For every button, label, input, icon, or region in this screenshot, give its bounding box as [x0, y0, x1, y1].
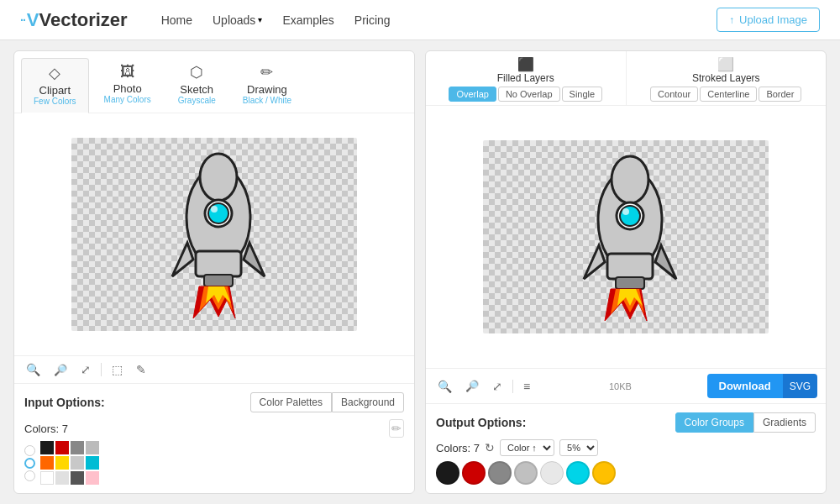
- svg-point-1: [200, 154, 237, 201]
- download-button[interactable]: Download: [707, 374, 783, 398]
- swatch-column-circles: [24, 445, 35, 481]
- layers-icon: ⬛: [517, 56, 534, 72]
- swatch-yellow[interactable]: [55, 456, 69, 470]
- no-overlap-tab[interactable]: No Overlap: [498, 87, 560, 102]
- toolbar-separator: [101, 363, 102, 376]
- logo-dots: ··: [20, 13, 25, 27]
- zoom-out-icon[interactable]: 🔎: [50, 362, 71, 378]
- stroked-sub-tabs: Contour Centerline Border: [650, 87, 801, 102]
- tab-drawing-sub: Black / White: [243, 96, 291, 105]
- swatch-pink[interactable]: [86, 471, 99, 485]
- left-canvas-area: [14, 113, 414, 355]
- filled-layers-tab[interactable]: ⬛ Filled Layers Overlap No Overlap Singl…: [426, 51, 627, 105]
- left-panel: ◇ Clipart Few Colors 🖼 Photo Many Colors…: [13, 50, 415, 494]
- single-tab[interactable]: Single: [562, 87, 603, 102]
- tab-clipart-label: Clipart: [39, 84, 71, 97]
- color-groups-tab[interactable]: Color Groups: [675, 412, 753, 433]
- swatch-lightgray[interactable]: [86, 441, 99, 454]
- svg-point-3: [208, 203, 228, 223]
- swatch-red[interactable]: [55, 441, 69, 454]
- left-canvas-toolbar: 🔍 🔎 ⤢ ⬚ ✎: [14, 355, 414, 383]
- tab-photo[interactable]: 🖼 Photo Many Colors: [92, 58, 163, 113]
- right-panel: ⬛ Filled Layers Overlap No Overlap Singl…: [425, 50, 827, 494]
- tab-drawing-label: Drawing: [247, 83, 287, 96]
- swatch-darkgray[interactable]: [71, 471, 84, 485]
- tab-sketch-label: Sketch: [180, 83, 213, 96]
- tab-clipart[interactable]: ◇ Clipart Few Colors: [21, 58, 89, 113]
- nav-home[interactable]: Home: [161, 13, 192, 27]
- overlap-tab[interactable]: Overlap: [449, 87, 496, 102]
- fit-icon-r[interactable]: ⤢: [489, 378, 506, 395]
- nav-uploads[interactable]: Uploads ▾: [213, 13, 262, 27]
- zoom-in-icon[interactable]: 🔍: [23, 361, 44, 378]
- swatch-circle-2[interactable]: [24, 458, 35, 469]
- contour-tab[interactable]: Contour: [650, 87, 698, 102]
- upload-image-button[interactable]: ↑ Upload Image: [717, 8, 820, 32]
- left-canvas: [71, 138, 357, 331]
- input-options-area: Input Options: Color Palettes Background…: [14, 383, 414, 493]
- nav-pricing[interactable]: Pricing: [354, 13, 391, 27]
- stroked-icon: ⬜: [717, 56, 734, 72]
- tab-drawing[interactable]: ✏ Drawing Black / White: [231, 58, 303, 113]
- pct-dropdown[interactable]: 5%: [559, 439, 598, 456]
- output-options-title: Output Options:: [436, 416, 526, 429]
- tab-sketch[interactable]: ⬡ Sketch Grayscale: [166, 58, 228, 113]
- swatch-circle-1: [24, 445, 35, 456]
- output-swatch-black[interactable]: [436, 461, 459, 485]
- stroked-layers-tab[interactable]: ⬜ Stroked Layers Contour Centerline Bord…: [627, 51, 827, 105]
- zoom-in-icon-r[interactable]: 🔍: [434, 378, 455, 395]
- background-tab[interactable]: Background: [332, 392, 404, 412]
- tab-photo-sub: Many Colors: [104, 95, 151, 104]
- output-swatch-silver[interactable]: [514, 461, 538, 485]
- output-options-area: Output Options: Color Groups Gradients C…: [426, 403, 826, 493]
- input-swatches-area: [24, 441, 404, 485]
- zoom-out-icon-r[interactable]: 🔎: [462, 378, 482, 394]
- sort-dropdown[interactable]: Color ↑: [500, 439, 554, 456]
- header: ·· VVectorizer Home Uploads ▾ Examples P…: [0, 0, 840, 40]
- border-tab[interactable]: Border: [759, 87, 801, 102]
- crop-icon[interactable]: ⬚: [108, 361, 126, 378]
- format-dropdown[interactable]: SVG: [783, 374, 817, 398]
- refresh-icon[interactable]: ↻: [485, 441, 495, 454]
- output-options-tabs: Color Groups Gradients: [675, 412, 816, 433]
- centerline-tab[interactable]: Centerline: [700, 87, 757, 102]
- right-canvas: [483, 140, 769, 333]
- output-swatch-cyan[interactable]: [566, 461, 590, 485]
- tab-photo-label: Photo: [113, 82, 142, 95]
- swatch-cyan[interactable]: [86, 456, 99, 470]
- gradients-tab[interactable]: Gradients: [753, 412, 816, 433]
- swatch-white[interactable]: [40, 471, 54, 485]
- logo: ·· VVectorizer: [20, 9, 128, 31]
- photo-icon: 🖼: [120, 63, 135, 81]
- tab-sketch-sub: Grayscale: [178, 96, 216, 105]
- drawing-icon: ✏: [260, 63, 273, 81]
- output-options-header: Output Options: Color Groups Gradients: [436, 412, 816, 433]
- output-swatch-red[interactable]: [462, 461, 486, 485]
- swatch-black[interactable]: [40, 441, 54, 454]
- menu-icon[interactable]: ≡: [520, 378, 533, 395]
- output-type-tabs: ⬛ Filled Layers Overlap No Overlap Singl…: [426, 51, 826, 106]
- pencil-icon[interactable]: ✏: [389, 419, 404, 438]
- swatch-orange[interactable]: [40, 456, 54, 470]
- right-canvas-area: [426, 106, 826, 368]
- swatch-lightgray2[interactable]: [55, 471, 69, 485]
- swatch-gray[interactable]: [71, 441, 84, 454]
- swatch-silver[interactable]: [71, 456, 84, 470]
- mode-tabs: ◇ Clipart Few Colors 🖼 Photo Many Colors…: [14, 51, 414, 113]
- fit-icon[interactable]: ⤢: [77, 361, 94, 378]
- file-size: 10KB: [609, 381, 632, 391]
- svg-rect-20: [616, 277, 644, 289]
- output-colors-label: Colors: 7: [436, 442, 480, 454]
- output-color-swatches: [436, 461, 816, 485]
- edit-icon[interactable]: ✎: [133, 361, 150, 378]
- upload-icon: ↑: [729, 14, 734, 26]
- color-palettes-tab[interactable]: Color Palettes: [250, 392, 332, 412]
- output-swatch-lightgray[interactable]: [540, 461, 564, 485]
- logo-text: VVectorizer: [27, 9, 128, 31]
- svg-marker-6: [244, 243, 265, 276]
- tab-clipart-sub: Few Colors: [34, 97, 76, 106]
- nav-examples[interactable]: Examples: [282, 13, 333, 27]
- rocket-image: [130, 150, 298, 318]
- output-swatch-yellow[interactable]: [592, 461, 616, 485]
- output-swatch-gray[interactable]: [488, 461, 512, 485]
